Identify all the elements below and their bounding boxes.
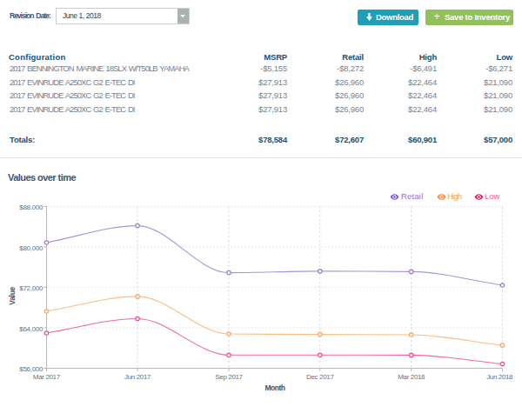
- svg-text:Mar 2018: Mar 2018: [398, 373, 425, 381]
- svg-text:Jun 2018: Jun 2018: [486, 373, 513, 381]
- svg-text:$72,000: $72,000: [19, 284, 44, 292]
- svg-text:$64,000: $64,000: [19, 325, 44, 333]
- svg-text:Value: Value: [8, 286, 17, 304]
- svg-text:Dec 2017: Dec 2017: [306, 373, 334, 381]
- svg-text:Month: Month: [265, 383, 285, 392]
- svg-text:Mar 2017: Mar 2017: [33, 373, 61, 381]
- svg-text:Jun 2017: Jun 2017: [124, 373, 151, 381]
- svg-text:$80,000: $80,000: [19, 244, 44, 252]
- svg-text:Sep 2017: Sep 2017: [215, 373, 243, 381]
- svg-text:$88,000: $88,000: [19, 203, 44, 211]
